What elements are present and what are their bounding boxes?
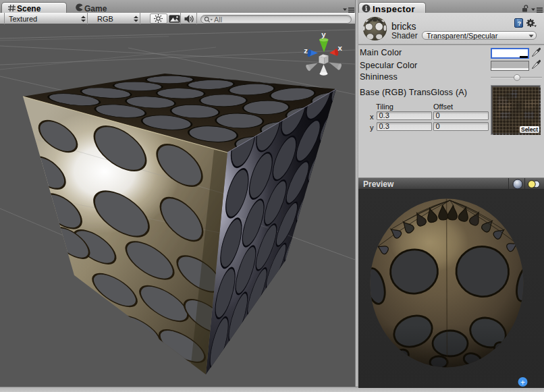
svg-text:x: x xyxy=(338,44,343,52)
svg-text:+: + xyxy=(520,378,525,387)
svg-text:z: z xyxy=(304,47,308,55)
svg-text:?: ? xyxy=(518,20,522,27)
svg-text:y: y xyxy=(321,30,326,38)
